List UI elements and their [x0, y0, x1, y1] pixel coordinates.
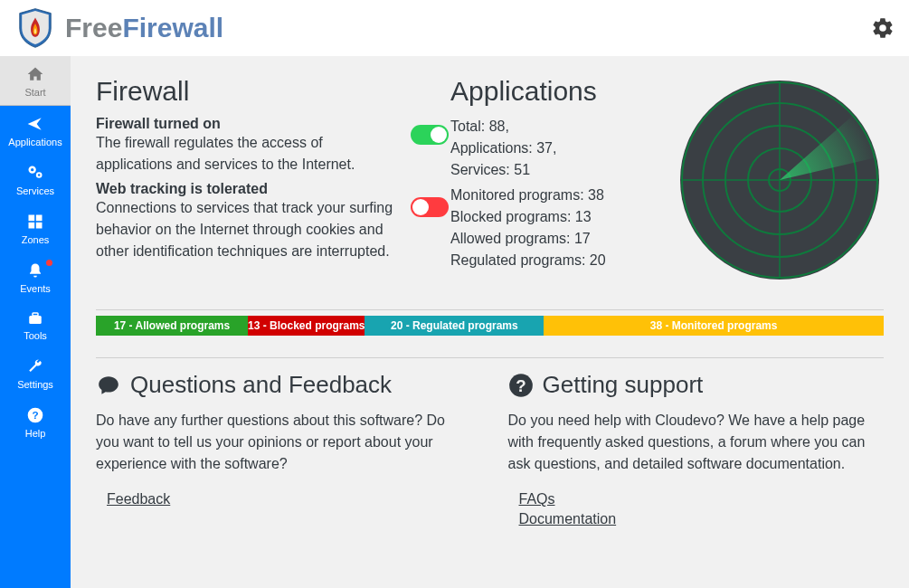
feedback-heading: Questions and Feedback	[96, 371, 472, 399]
apps-total: Total: 88,	[450, 116, 658, 138]
allowed-count: Allowed programs: 17	[450, 228, 658, 250]
svg-text:?: ?	[32, 409, 38, 421]
sidebar-item-label: Applications	[8, 137, 62, 147]
notification-dot-icon	[46, 260, 52, 266]
firewall-status-title: Firewall turned on	[96, 116, 394, 132]
sidebar-item-label: Tools	[24, 330, 47, 341]
sidebar-item-applications[interactable]: Applications	[0, 106, 71, 155]
app-title: FreeFirewall	[65, 13, 223, 43]
toolbox-icon	[26, 310, 44, 327]
svg-rect-8	[29, 316, 42, 324]
divider	[96, 357, 884, 358]
programs-bar: 17 - Allowed programs 13 - Blocked progr…	[96, 316, 884, 336]
svg-rect-9	[33, 313, 38, 316]
svg-point-1	[31, 168, 33, 171]
support-heading: ? Getting support	[508, 371, 885, 399]
svg-rect-7	[36, 223, 43, 229]
apps-count: Applications: 37,	[450, 138, 658, 159]
services-count: Services: 51	[450, 159, 658, 181]
svg-text:?: ?	[516, 376, 526, 395]
sidebar-item-label: Services	[16, 185, 54, 196]
svg-rect-6	[29, 223, 35, 229]
sidebar-item-tools[interactable]: Tools	[0, 301, 71, 348]
sidebar-item-label: Settings	[17, 379, 53, 390]
bar-monitored: 38 - Monitored programs	[544, 316, 884, 336]
sidebar-item-start[interactable]: Start	[0, 56, 71, 106]
gears-icon	[25, 164, 45, 182]
documentation-link[interactable]: Documentation	[519, 511, 617, 527]
tracking-status-title: Web tracking is tolerated	[96, 181, 394, 197]
grid-icon	[26, 213, 44, 231]
sidebar-item-label: Help	[25, 428, 46, 439]
monitored-count: Monitored programs: 38	[450, 185, 658, 206]
sidebar: Start Applications Services Zones Events…	[0, 56, 71, 588]
svg-point-3	[38, 174, 40, 176]
sidebar-item-events[interactable]: Events	[0, 252, 71, 301]
bell-icon	[27, 261, 43, 280]
sidebar-item-label: Events	[20, 283, 51, 294]
blocked-count: Blocked programs: 13	[450, 206, 658, 228]
divider	[96, 309, 884, 310]
bar-regulated: 20 - Regulated programs	[365, 316, 544, 336]
support-desc: Do you need help with Cloudevo? We have …	[508, 410, 885, 475]
gear-icon[interactable]	[871, 16, 895, 40]
bar-blocked: 13 - Blocked programs	[248, 316, 365, 336]
tracking-status-desc: Connections to services that track your …	[96, 197, 394, 262]
question-circle-icon: ?	[508, 373, 534, 398]
regulated-count: Regulated programs: 20	[450, 250, 658, 271]
applications-heading: Applications	[450, 76, 658, 107]
wrench-icon	[27, 357, 43, 375]
firewall-toggle[interactable]	[411, 125, 449, 145]
sidebar-item-settings[interactable]: Settings	[0, 348, 71, 397]
sidebar-item-services[interactable]: Services	[0, 155, 71, 204]
sidebar-item-label: Start	[24, 87, 45, 98]
home-icon	[25, 65, 45, 83]
main-content: Firewall Firewall turned on The firewall…	[71, 56, 909, 588]
help-icon: ?	[26, 406, 44, 424]
chat-icon	[96, 374, 121, 397]
sidebar-item-help[interactable]: ? Help	[0, 397, 71, 446]
feedback-link[interactable]: Feedback	[107, 491, 170, 507]
faqs-link[interactable]: FAQs	[519, 491, 555, 507]
radar-icon	[676, 76, 884, 284]
bar-allowed: 17 - Allowed programs	[96, 316, 248, 336]
sidebar-item-label: Zones	[22, 234, 50, 245]
svg-rect-4	[29, 215, 35, 222]
arrow-icon	[26, 115, 44, 133]
app-logo-icon	[14, 7, 56, 49]
firewall-heading: Firewall	[96, 76, 394, 107]
firewall-status-desc: The firewall regulates the access of app…	[96, 132, 394, 175]
tracking-toggle[interactable]	[411, 197, 449, 217]
sidebar-item-zones[interactable]: Zones	[0, 204, 71, 252]
svg-rect-5	[36, 215, 43, 222]
feedback-desc: Do have any further questions about this…	[96, 410, 472, 475]
